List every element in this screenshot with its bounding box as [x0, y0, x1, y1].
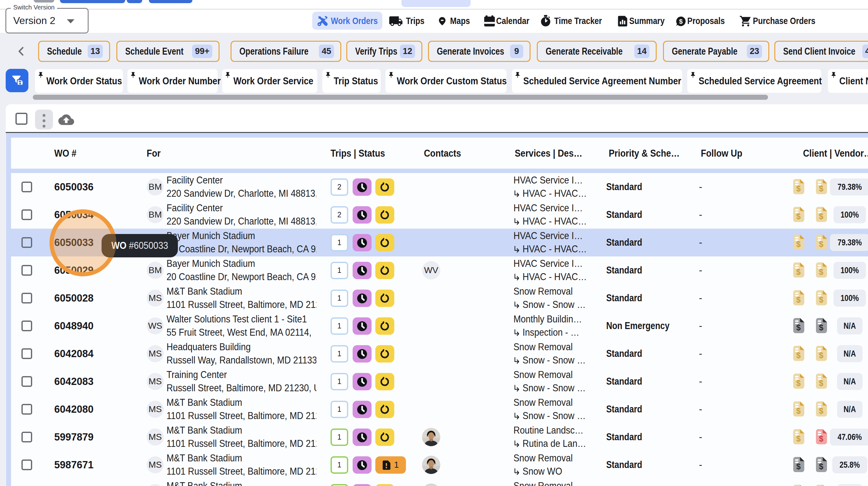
- svg-text:$: $: [819, 323, 824, 332]
- svg-text:$: $: [797, 295, 801, 304]
- svg-text:$: $: [819, 406, 824, 415]
- svg-text:$: $: [819, 434, 824, 443]
- svg-text:$: $: [819, 462, 824, 471]
- svg-text:$: $: [797, 212, 801, 221]
- svg-text:$: $: [819, 212, 824, 221]
- svg-text:$: $: [797, 379, 801, 388]
- svg-text:$: $: [819, 379, 824, 388]
- svg-text:$: $: [797, 267, 801, 276]
- svg-text:$: $: [797, 406, 801, 415]
- svg-text:$: $: [797, 434, 801, 443]
- svg-text:$: $: [797, 184, 801, 193]
- svg-text:$: $: [819, 351, 824, 360]
- svg-text:$: $: [679, 18, 683, 25]
- svg-text:$: $: [797, 462, 801, 471]
- svg-text:$: $: [797, 351, 801, 360]
- svg-text:$: $: [819, 295, 824, 304]
- svg-text:$: $: [797, 240, 801, 249]
- svg-text:$: $: [819, 240, 824, 249]
- svg-text:$: $: [819, 267, 824, 276]
- svg-text:$: $: [819, 184, 824, 193]
- svg-text:$: $: [797, 323, 801, 332]
